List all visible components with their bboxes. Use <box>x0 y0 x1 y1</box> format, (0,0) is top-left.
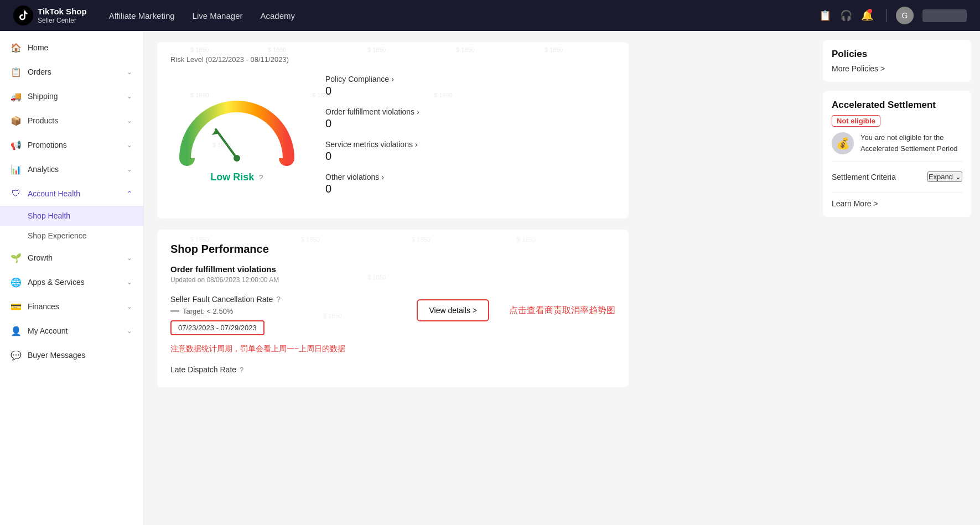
sidebar-item-home[interactable]: 🏠 Home <box>0 35 143 60</box>
gauge-chart <box>176 97 298 169</box>
expand-button[interactable]: Expand ⌄ <box>927 171 962 182</box>
sidebar-label-buyer-messages: Buyer Messages <box>28 351 85 360</box>
apps-services-icon: 🌐 <box>11 277 21 287</box>
other-violations-link[interactable]: Other violations › <box>325 173 615 181</box>
sidebar-item-account-health[interactable]: 🛡 Account Health ⌃ <box>0 181 143 206</box>
home-icon: 🏠 <box>11 43 21 53</box>
sidebar-item-buyer-messages[interactable]: 💬 Buyer Messages <box>0 343 143 367</box>
my-account-chevron-icon: ⌄ <box>127 327 132 335</box>
svg-point-2 <box>234 155 240 162</box>
headset-icon[interactable]: 🎧 <box>840 9 852 22</box>
nav-links: Affiliate Marketing Live Manager Academy <box>109 11 797 20</box>
risk-level-text: Low Risk <box>210 171 254 183</box>
products-chevron-icon: ⌄ <box>127 117 132 124</box>
accelerated-settlement-card: Accelerated Settlement Not eligible 💰 Yo… <box>823 91 971 217</box>
sidebar-label-shipping: Shipping <box>28 92 58 101</box>
order-fulfillment-count: 0 <box>325 117 615 130</box>
sidebar-item-orders[interactable]: 📋 Orders ⌄ <box>0 60 143 84</box>
policy-compliance-link[interactable]: Policy Compliance › <box>325 75 615 84</box>
service-metrics-count: 0 <box>325 150 615 163</box>
sidebar-label-home: Home <box>28 43 48 52</box>
sidebar-item-products[interactable]: 📦 Products ⌄ <box>0 108 143 133</box>
analytics-chevron-icon: ⌄ <box>127 165 132 173</box>
app-subtitle: Seller Center <box>38 17 87 24</box>
learn-more-link[interactable]: Learn More > <box>832 199 962 208</box>
sidebar-label-finances: Finances <box>28 302 59 311</box>
analytics-icon: 📊 <box>11 164 21 174</box>
more-policies-link[interactable]: More Policies > <box>832 64 962 73</box>
expand-chevron-icon: ⌄ <box>955 173 961 181</box>
sidebar-sub-shop-experience[interactable]: Shop Experience <box>0 226 143 246</box>
gauge-container: Low Risk ? <box>170 97 303 183</box>
buyer-messages-icon: 💬 <box>11 350 21 360</box>
policies-card-title: Policies <box>832 49 962 60</box>
violation-order-fulfillment: Order fulfillment violations › 0 <box>325 107 615 130</box>
order-fulfillment-label: Order fulfillment violations <box>325 107 414 116</box>
violation-other: Other violations › 0 <box>325 173 615 195</box>
late-dispatch-help-icon[interactable]: ? <box>240 366 243 374</box>
products-icon: 📦 <box>11 116 21 126</box>
store-selector[interactable] <box>922 9 967 22</box>
divider-line-2 <box>832 192 962 193</box>
promotions-icon: 📢 <box>11 140 21 150</box>
risk-level-title: Risk Level <box>170 55 204 64</box>
seller-fault-help-icon[interactable]: ? <box>276 295 281 304</box>
dash-indicator: — <box>170 306 179 316</box>
app-name: TikTok Shop <box>38 7 87 17</box>
apps-services-chevron-icon: ⌄ <box>127 278 132 286</box>
sidebar-label-my-account: My Account <box>28 326 68 335</box>
content-wrapper: $ 1850 $ 1850 $ 1850 $ 1850 $ 1850 $ 185… <box>144 31 642 409</box>
app-logo[interactable]: TikTok Shop Seller Center <box>13 6 87 25</box>
account-health-chevron-icon: ⌃ <box>127 190 132 197</box>
violation-service-metrics: Service metrics violations › 0 <box>325 140 615 163</box>
order-fulfillment-link[interactable]: Order fulfillment violations › <box>325 107 615 116</box>
sidebar-item-promotions[interactable]: 📢 Promotions ⌄ <box>0 133 143 157</box>
settlement-icon: 💰 <box>832 132 854 154</box>
nav-academy[interactable]: Academy <box>260 11 295 20</box>
risk-level-help-icon[interactable]: ? <box>259 173 263 182</box>
sidebar-label-orders: Orders <box>28 67 51 76</box>
risk-level-card: $ 1850 $ 1850 $ 1850 $ 1850 $ 1850 $ 185… <box>157 42 629 219</box>
nav-affiliate-marketing[interactable]: Affiliate Marketing <box>109 11 175 20</box>
sidebar-label-apps-services: Apps & Services <box>28 278 85 287</box>
settlement-body: 💰 You are not eligible for the Accelerat… <box>832 132 962 154</box>
right-panel: Policies More Policies > Accelerated Set… <box>814 31 980 525</box>
risk-level-date-range: (02/12/2023 - 08/11/2023) <box>206 55 289 64</box>
sidebar-label-shop-health: Shop Health <box>28 211 70 220</box>
view-details-button[interactable]: View details > <box>417 299 489 321</box>
annotation-seller-fault: 点击查看商责取消率趋势图 <box>509 305 615 316</box>
divider <box>886 9 887 22</box>
sidebar-item-shipping[interactable]: 🚚 Shipping ⌄ <box>0 84 143 108</box>
main-content-area: $ 1850 $ 1850 $ 1850 $ 1850 $ 1850 $ 185… <box>144 31 814 525</box>
clipboard-icon[interactable]: 📋 <box>819 9 831 22</box>
sidebar-item-my-account[interactable]: 👤 My Account ⌄ <box>0 319 143 343</box>
sidebar-label-promotions: Promotions <box>28 141 67 149</box>
metric-target-value: Target: < 2.50% <box>183 307 233 315</box>
svg-line-1 <box>216 129 237 158</box>
risk-level-header: Risk Level (02/12/2023 - 08/11/2023) <box>170 55 615 64</box>
sidebar-label-shop-experience: Shop Experience <box>28 231 87 240</box>
other-violations-count: 0 <box>325 183 615 195</box>
service-metrics-link[interactable]: Service metrics violations › <box>325 140 615 149</box>
sidebar-label-products: Products <box>28 116 58 125</box>
settlement-criteria-label: Settlement Criteria <box>832 173 896 181</box>
user-avatar[interactable]: G <box>896 7 914 24</box>
order-fulfillment-arrow-icon: › <box>417 107 419 116</box>
service-metrics-label: Service metrics violations <box>325 140 413 149</box>
nav-live-manager[interactable]: Live Manager <box>193 11 243 20</box>
sidebar-item-growth[interactable]: 🌱 Growth ⌄ <box>0 246 143 270</box>
sidebar-sub-shop-health[interactable]: Shop Health <box>0 206 143 226</box>
main-layout: 🏠 Home 📋 Orders ⌄ 🚚 Shipping ⌄ 📦 Product… <box>0 31 980 525</box>
sidebar-item-analytics[interactable]: 📊 Analytics ⌄ <box>0 157 143 181</box>
sidebar-item-finances[interactable]: 💳 Finances ⌄ <box>0 294 143 319</box>
policies-card: Policies More Policies > <box>823 40 971 82</box>
risk-body: Low Risk ? Policy Compliance › 0 <box>170 75 615 205</box>
last-updated-text: Updated on 08/06/2023 12:00:00 AM <box>170 276 615 284</box>
shipping-icon: 🚚 <box>11 91 21 101</box>
date-range-badge[interactable]: 07/23/2023 - 07/29/2023 <box>170 320 265 335</box>
svg-point-0 <box>13 6 33 25</box>
top-navigation: TikTok Shop Seller Center Affiliate Mark… <box>0 0 980 31</box>
sidebar-item-apps-services[interactable]: 🌐 Apps & Services ⌄ <box>0 270 143 294</box>
my-account-icon: 👤 <box>11 326 21 336</box>
tiktok-logo-icon <box>13 6 33 25</box>
